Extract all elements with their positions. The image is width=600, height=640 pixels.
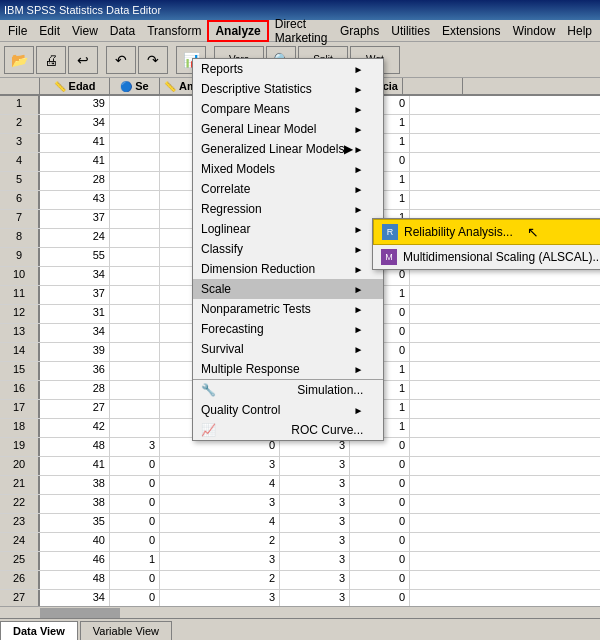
menu-classify[interactable]: Classify: [193, 239, 383, 259]
cell-edad[interactable]: 34: [40, 267, 110, 285]
scale-submenu[interactable]: R Reliability Analysis... ↖ M Multidimen…: [372, 218, 600, 270]
menu-direct-marketing[interactable]: Direct Marketing: [269, 15, 334, 47]
cell-edad[interactable]: 41: [40, 134, 110, 152]
cell-edad[interactable]: 35: [40, 514, 110, 532]
cell-edad[interactable]: 41: [40, 457, 110, 475]
table-row[interactable]: 21380430: [0, 476, 600, 495]
menu-extensions[interactable]: Extensions: [436, 22, 507, 40]
col-se-header[interactable]: 🔵 Se: [110, 78, 160, 94]
menu-survival[interactable]: Survival: [193, 339, 383, 359]
cell-edad[interactable]: 34: [40, 115, 110, 133]
cell-amb[interactable]: 3: [160, 495, 280, 513]
cell-edad[interactable]: 46: [40, 552, 110, 570]
cell-edad[interactable]: 36: [40, 362, 110, 380]
cell-edad[interactable]: 42: [40, 419, 110, 437]
cell-edad[interactable]: 28: [40, 172, 110, 190]
cell-se[interactable]: [110, 267, 160, 285]
cell-edad[interactable]: 39: [40, 96, 110, 114]
menu-view[interactable]: View: [66, 22, 104, 40]
menu-forecasting[interactable]: Forecasting: [193, 319, 383, 339]
col-extra-header[interactable]: [403, 78, 463, 94]
tab-variable-view[interactable]: Variable View: [80, 621, 172, 640]
recall-button[interactable]: ↩: [68, 46, 98, 74]
menu-graphs[interactable]: Graphs: [334, 22, 385, 40]
cell-rel2[interactable]: 0: [350, 476, 410, 494]
cell-se[interactable]: 0: [110, 533, 160, 551]
menu-quality[interactable]: Quality Control: [193, 400, 383, 420]
cell-se[interactable]: [110, 419, 160, 437]
cell-amb[interactable]: 4: [160, 514, 280, 532]
cell-rel2[interactable]: 0: [350, 495, 410, 513]
table-row[interactable]: 20410330: [0, 457, 600, 476]
menu-reports[interactable]: Reports: [193, 59, 383, 79]
cell-se[interactable]: 0: [110, 476, 160, 494]
menu-regression[interactable]: Regression: [193, 199, 383, 219]
table-row[interactable]: 23350430: [0, 514, 600, 533]
cell-edad[interactable]: 37: [40, 210, 110, 228]
cell-edad[interactable]: 40: [40, 533, 110, 551]
cell-se[interactable]: 0: [110, 495, 160, 513]
menu-compare-means[interactable]: Compare Means: [193, 99, 383, 119]
menu-gzlm[interactable]: Generalized Linear Models▶: [193, 139, 383, 159]
cell-edad[interactable]: 27: [40, 400, 110, 418]
cell-edad[interactable]: 34: [40, 324, 110, 342]
cell-edad[interactable]: 37: [40, 286, 110, 304]
menu-file[interactable]: File: [2, 22, 33, 40]
cell-rel2[interactable]: 0: [350, 571, 410, 589]
menu-data[interactable]: Data: [104, 22, 141, 40]
cell-edad[interactable]: 24: [40, 229, 110, 247]
menu-window[interactable]: Window: [507, 22, 562, 40]
cell-edad[interactable]: 31: [40, 305, 110, 323]
cell-se[interactable]: [110, 172, 160, 190]
cell-se[interactable]: [110, 134, 160, 152]
print-button[interactable]: 🖨: [36, 46, 66, 74]
cell-amb[interactable]: 2: [160, 571, 280, 589]
cell-se[interactable]: 1: [110, 552, 160, 570]
cell-edad[interactable]: 48: [40, 571, 110, 589]
menu-utilities[interactable]: Utilities: [385, 22, 436, 40]
cell-se[interactable]: [110, 248, 160, 266]
cell-se[interactable]: [110, 362, 160, 380]
cell-rel[interactable]: 3: [280, 571, 350, 589]
cell-se[interactable]: [110, 153, 160, 171]
menu-simulation[interactable]: 🔧Simulation...: [193, 379, 383, 400]
menu-analyze[interactable]: Analyze: [207, 20, 268, 42]
cell-rel[interactable]: 3: [280, 552, 350, 570]
mds-item[interactable]: M Multidimensional Scaling (ALSCAL)...: [373, 245, 600, 269]
cell-edad[interactable]: 43: [40, 191, 110, 209]
menu-scale[interactable]: Scale: [193, 279, 383, 299]
redo-button[interactable]: ↷: [138, 46, 168, 74]
cell-rel2[interactable]: 0: [350, 533, 410, 551]
menu-multiple-response[interactable]: Multiple Response: [193, 359, 383, 379]
menu-nonparametric[interactable]: Nonparametric Tests: [193, 299, 383, 319]
menu-help[interactable]: Help: [561, 22, 598, 40]
cell-se[interactable]: 0: [110, 457, 160, 475]
menu-dim-reduction[interactable]: Dimension Reduction: [193, 259, 383, 279]
cell-se[interactable]: [110, 96, 160, 114]
reliability-analysis-item[interactable]: R Reliability Analysis... ↖: [373, 219, 600, 245]
cell-se[interactable]: [110, 115, 160, 133]
cell-se[interactable]: [110, 381, 160, 399]
horizontal-scrollbar[interactable]: [0, 606, 600, 618]
cell-rel[interactable]: 3: [280, 476, 350, 494]
cell-se[interactable]: [110, 229, 160, 247]
menu-descriptive[interactable]: Descriptive Statistics: [193, 79, 383, 99]
cell-se[interactable]: [110, 305, 160, 323]
cell-edad[interactable]: 38: [40, 495, 110, 513]
table-row[interactable]: 24400230: [0, 533, 600, 552]
cell-rel2[interactable]: 0: [350, 457, 410, 475]
cell-se[interactable]: 3: [110, 438, 160, 456]
menu-roc[interactable]: 📈ROC Curve...: [193, 420, 383, 440]
table-row[interactable]: 25461330: [0, 552, 600, 571]
cell-rel[interactable]: 3: [280, 514, 350, 532]
menu-glm[interactable]: General Linear Model: [193, 119, 383, 139]
table-row[interactable]: 22380330: [0, 495, 600, 514]
col-edad-header[interactable]: 📏 Edad: [40, 78, 110, 94]
cell-rel[interactable]: 3: [280, 457, 350, 475]
menu-loglinear[interactable]: Loglinear: [193, 219, 383, 239]
cell-amb[interactable]: 3: [160, 552, 280, 570]
cell-se[interactable]: [110, 210, 160, 228]
scroll-thumb[interactable]: [40, 608, 120, 618]
undo-button[interactable]: ↶: [106, 46, 136, 74]
cell-se[interactable]: [110, 286, 160, 304]
